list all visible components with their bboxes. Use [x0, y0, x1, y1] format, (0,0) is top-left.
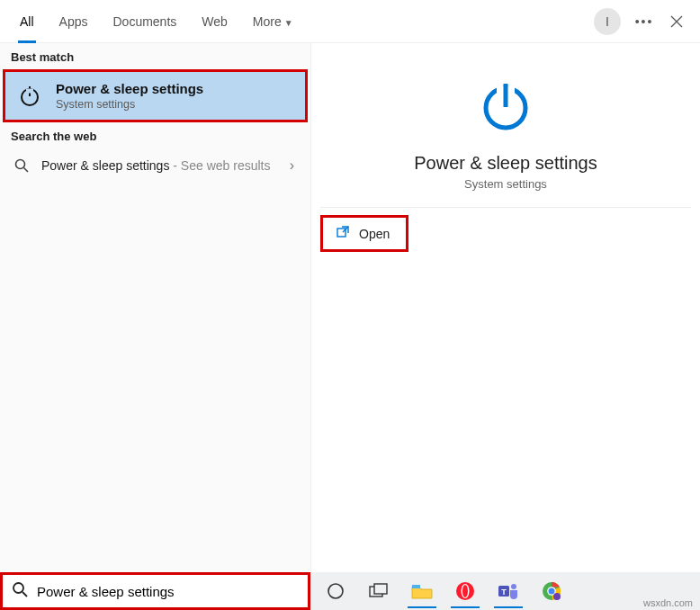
svg-point-18 [462, 585, 468, 597]
web-result-row[interactable]: Power & sleep settings - See web results… [0, 148, 310, 183]
svg-rect-7 [504, 84, 508, 107]
chrome-button[interactable] [530, 572, 573, 610]
chevron-down-icon: ▼ [284, 18, 293, 28]
web-result-text: Power & sleep settings - See web results [41, 158, 279, 173]
svg-line-4 [24, 168, 29, 173]
best-match-text: Power & sleep settings System settings [56, 81, 203, 111]
file-explorer-button[interactable] [400, 572, 444, 610]
close-button[interactable] [660, 5, 693, 38]
tab-more-label: More [253, 14, 282, 29]
svg-point-21 [511, 584, 516, 589]
search-input[interactable] [37, 575, 308, 607]
avatar-initial: I [606, 14, 609, 29]
search-box[interactable] [0, 572, 310, 610]
tab-apps-label: Apps [59, 14, 88, 29]
detail-title: Power & sleep settings [414, 153, 597, 174]
tab-documents-label: Documents [112, 14, 176, 29]
cortana-button[interactable] [314, 572, 357, 610]
svg-text:T: T [501, 588, 507, 597]
taskbar: T wsxdn.com [310, 572, 700, 610]
chrome-icon [542, 581, 561, 601]
open-button[interactable]: Open [320, 215, 408, 252]
open-external-icon [336, 225, 350, 242]
svg-point-3 [16, 160, 25, 169]
tab-documents[interactable]: Documents [100, 0, 189, 43]
svg-rect-15 [412, 585, 420, 588]
svg-rect-14 [374, 584, 387, 594]
search-icon [3, 581, 37, 601]
detail-pane: Power & sleep settings System settings O… [310, 43, 700, 572]
top-tab-bar: All Apps Documents Web More▼ I ••• [0, 0, 700, 43]
chevron-right-icon[interactable]: › [290, 157, 298, 174]
tab-web-label: Web [202, 14, 228, 29]
power-icon-large [477, 77, 534, 139]
detail-subtitle: System settings [464, 177, 547, 191]
svg-rect-8 [337, 229, 346, 237]
teams-icon: T [498, 581, 519, 601]
more-options-icon[interactable]: ••• [628, 5, 660, 38]
best-match-header: Best match [0, 43, 310, 69]
best-match-subtitle: System settings [56, 98, 203, 111]
svg-rect-2 [26, 88, 33, 93]
tab-all-label: All [20, 14, 34, 29]
close-icon [670, 15, 683, 28]
opera-icon [455, 581, 475, 601]
tab-more[interactable]: More▼ [240, 0, 306, 43]
svg-point-10 [13, 583, 23, 593]
folder-icon [411, 582, 433, 600]
svg-point-25 [553, 593, 561, 600]
open-button-label: Open [359, 227, 390, 241]
svg-point-24 [549, 588, 555, 595]
user-avatar[interactable]: I [594, 8, 621, 35]
svg-point-12 [328, 584, 343, 598]
tab-all[interactable]: All [7, 0, 47, 43]
teams-button[interactable]: T [487, 572, 530, 610]
watermark-text: wsxdn.com [643, 597, 693, 608]
opera-button[interactable] [444, 572, 487, 610]
best-match-title: Power & sleep settings [56, 81, 203, 96]
web-result-suffix: - See web results [169, 158, 270, 173]
detail-card: Power & sleep settings System settings [320, 52, 691, 208]
bottom-bar: T wsxdn.com [0, 572, 700, 610]
task-view-icon [369, 583, 389, 599]
best-match-highlight-box: Power & sleep settings System settings [3, 69, 308, 122]
search-web-header: Search the web [0, 122, 310, 148]
web-result-title: Power & sleep settings [41, 158, 169, 173]
svg-line-11 [22, 592, 27, 597]
tab-web[interactable]: Web [189, 0, 240, 43]
task-view-button[interactable] [357, 572, 400, 610]
best-match-result[interactable]: Power & sleep settings System settings [5, 72, 305, 120]
results-pane: Best match Power & sleep settings System… [0, 43, 310, 572]
tab-apps[interactable]: Apps [47, 0, 101, 43]
power-icon [16, 83, 43, 110]
search-icon [13, 158, 31, 173]
cortana-icon [327, 582, 345, 600]
